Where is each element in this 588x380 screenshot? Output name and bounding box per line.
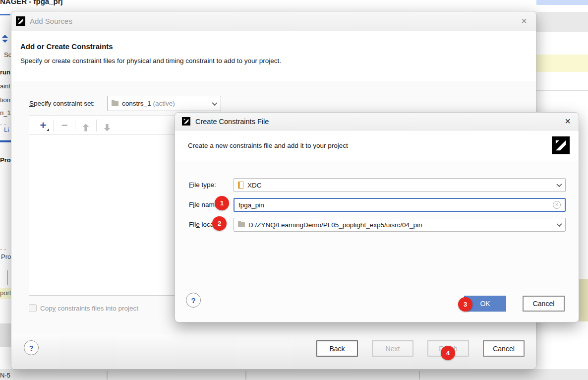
folder-icon (238, 222, 245, 227)
dialog-description-banner: Create a new constraints file and add it… (175, 130, 579, 161)
file-name-input[interactable]: fpga_pin × (234, 198, 566, 212)
bg-sim-run-label: n_1 (0, 109, 11, 117)
file-location-value: D:/ZYNQ/LearningDemo/PL05_poplight_exp5/… (248, 221, 422, 229)
bg-separator (7, 270, 8, 285)
chevron-down-icon (556, 221, 562, 227)
help-button[interactable]: ? (24, 340, 39, 355)
file-type-value: XDC (247, 182, 262, 189)
file-type-dropdown[interactable]: XDC (234, 178, 566, 192)
step-badge-3: 3 (458, 297, 472, 312)
xilinx-logo-icon (16, 16, 25, 26)
bg-selected-tab-bar (0, 140, 11, 142)
bg-link-label[interactable]: Li (4, 126, 9, 133)
wizard-subtitle: Specify or create constraint files for p… (20, 57, 281, 64)
bg-dashes-2: - - (0, 245, 6, 253)
bg-constraints-label: aint (0, 82, 10, 90)
create-constraints-titlebar[interactable]: Create Constraints File × (175, 113, 579, 130)
step-badge-1: 1 (215, 196, 229, 210)
xilinx-logo-icon (182, 117, 190, 126)
bg-cell-value: N-5 (0, 372, 10, 379)
bg-beige-band (579, 279, 588, 321)
file-location-dropdown[interactable]: D:/ZYNQ/LearningDemo/PL05_poplight_exp5/… (234, 218, 566, 232)
toolbar-separator (96, 120, 97, 131)
wizard-heading: Add or Create Constraints (20, 42, 113, 51)
next-button[interactable]: Next (372, 340, 413, 357)
bg-gray-block (0, 323, 11, 347)
step-badge-2: 2 (212, 216, 227, 231)
constraint-set-suffix: (active) (153, 100, 175, 107)
bg-simulation-label: tion (0, 96, 10, 104)
dialog-description: Create a new constraints file and add it… (188, 142, 348, 149)
file-name-value: fpga_pin (238, 201, 264, 209)
bg-properties-label: Pro (0, 156, 11, 164)
toolbar-separator (75, 120, 75, 131)
add-file-button[interactable]: + (34, 117, 52, 134)
bg-gray-band (536, 12, 588, 32)
wizard-button-bar: ? Back Next Finish Cancel (11, 334, 536, 369)
xilinx-logo-icon (552, 136, 570, 154)
move-down-button[interactable] (98, 114, 116, 137)
close-icon[interactable]: × (521, 11, 527, 31)
move-up-icon (83, 124, 89, 131)
move-down-icon (104, 124, 111, 131)
project-manager-title: NAGER - fpga_prj (0, 0, 63, 5)
file-type-label: File type: (189, 178, 216, 192)
bg-properties-tab[interactable]: Pro (1, 253, 11, 260)
clear-icon[interactable]: × (553, 201, 561, 209)
create-constraints-dialog: Create Constraints File × Create a new c… (175, 112, 579, 322)
copy-constraints-row: Copy constraints files into project (29, 304, 138, 312)
bg-bottom-table-row: N-5 (0, 370, 588, 380)
back-button[interactable]: Back (316, 340, 358, 357)
step-badge-4: 4 (441, 346, 455, 360)
cancel-button[interactable]: Cancel (523, 296, 565, 312)
folder-icon (112, 101, 118, 106)
add-sources-titlebar[interactable]: Add Sources × (11, 11, 536, 31)
remove-file-button[interactable]: − (56, 117, 73, 134)
copy-constraints-checkbox[interactable] (29, 304, 37, 312)
collapse-panel-icon[interactable] (1, 35, 8, 43)
column-divider (245, 371, 246, 380)
bg-reports-label: port (0, 289, 11, 297)
move-up-button[interactable] (77, 114, 95, 137)
cancel-button[interactable]: Cancel (483, 340, 525, 357)
bg-yellow-row (536, 55, 588, 72)
copy-constraints-label: Copy constraints files into project (40, 305, 138, 312)
help-button[interactable]: ? (186, 293, 201, 308)
dialog-title: Add Sources (30, 17, 72, 25)
constraint-set-value: constrs_1 (122, 100, 151, 107)
column-divider (419, 371, 420, 380)
bg-divider (536, 90, 588, 91)
close-icon[interactable]: × (565, 113, 571, 130)
wizard-header: Add or Create Constraints Specify or cre… (11, 31, 536, 81)
column-divider (107, 371, 108, 380)
bg-runs-label: run (0, 68, 10, 76)
constraint-set-dropdown[interactable]: constrs_1 (active) (107, 96, 221, 111)
xdc-file-icon (238, 182, 243, 189)
chevron-down-icon (212, 100, 217, 105)
bg-toolbar-band (536, 0, 588, 5)
dialog-title: Create Constraints File (195, 118, 269, 126)
chevron-down-icon (556, 182, 562, 187)
tab-underline (0, 14, 10, 15)
toolbar-separator (54, 120, 54, 131)
constraint-set-label: Specify constraint set: (29, 96, 95, 111)
add-dropdown-arrow-icon (47, 128, 49, 131)
